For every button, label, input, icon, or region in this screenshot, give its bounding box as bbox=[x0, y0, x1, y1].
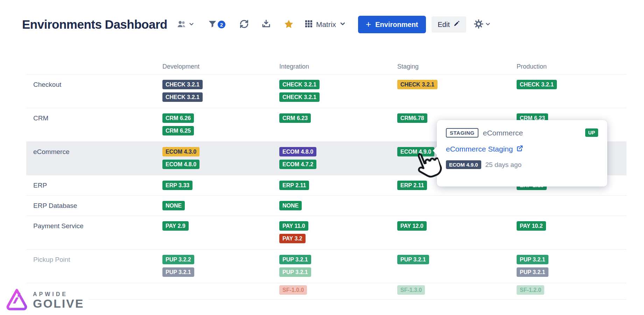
version-badge[interactable]: ERP 2.11 bbox=[279, 181, 309, 190]
version-badge[interactable]: PUP 3.2.1 bbox=[517, 267, 548, 277]
download-icon bbox=[261, 19, 271, 30]
version-badge[interactable]: PUP 3.2.1 bbox=[162, 267, 194, 277]
table-row: ERP DatabaseNONENONE bbox=[26, 196, 626, 216]
matrix-header-row: Development Integration Staging Producti… bbox=[26, 59, 626, 75]
version-badge[interactable]: PAY 10.2 bbox=[517, 221, 546, 231]
version-badge[interactable]: CHECK 3.2.1 bbox=[279, 80, 320, 89]
version-badge[interactable]: ERP 3.33 bbox=[162, 181, 192, 190]
matrix-cell bbox=[517, 201, 626, 216]
version-badge[interactable]: PAY 11.0 bbox=[279, 221, 308, 231]
matrix-cell: ERP 2.11 bbox=[279, 181, 397, 195]
version-badge[interactable]: CHECK 3.2.1 bbox=[162, 92, 203, 102]
environment-link-row[interactable]: eCommerce Staging bbox=[446, 145, 598, 153]
share-users-button[interactable] bbox=[176, 19, 195, 30]
version-badge[interactable]: PAY 2.9 bbox=[162, 221, 189, 231]
column-header-staging: Staging bbox=[397, 63, 517, 70]
column-header-production: Production bbox=[517, 63, 626, 70]
version-badge[interactable]: CHECK 3.2.1 bbox=[279, 92, 320, 102]
matrix-cell: PUP 3.2.1 bbox=[397, 255, 517, 283]
chevron-down-icon bbox=[339, 20, 346, 29]
version-badge[interactable]: PUP 3.2.2 bbox=[162, 255, 194, 264]
logo-line2: GOLIVE bbox=[33, 298, 84, 310]
matrix-cell: SF-1.2.0 bbox=[517, 285, 626, 299]
row-label: ERP bbox=[26, 181, 162, 195]
chevron-down-icon bbox=[485, 21, 491, 28]
row-label: Checkout bbox=[26, 80, 162, 108]
environment-tooltip: STAGING eCommerce UP eCommerce Staging E… bbox=[437, 120, 607, 187]
star-icon bbox=[284, 19, 294, 30]
table-row: Pickup PointPUP 3.2.2PUP 3.2.1PUP 3.2.1P… bbox=[26, 250, 626, 283]
row-label: CRM bbox=[26, 113, 162, 141]
version-badge[interactable]: ECOM 4.8.0 bbox=[162, 160, 200, 169]
row-label: Pickup Point bbox=[26, 255, 162, 283]
version-badge[interactable]: PUP 3.2.1 bbox=[279, 267, 311, 277]
matrix-cell: ECOM 4.8.0ECOM 4.7.2 bbox=[279, 147, 397, 175]
environment-link[interactable]: eCommerce Staging bbox=[446, 145, 513, 153]
matrix-cell: NONE bbox=[279, 201, 397, 216]
chevron-down-icon bbox=[188, 21, 195, 28]
add-environment-button[interactable]: + Environment bbox=[358, 16, 426, 33]
version-badge[interactable]: CHECK 3.2.1 bbox=[517, 80, 557, 89]
filter-icon bbox=[208, 20, 217, 30]
version-badge[interactable]: CRM6.78 bbox=[397, 113, 427, 123]
version-badge[interactable]: SF-1.3.0 bbox=[397, 285, 425, 295]
matrix-cell: ERP 3.33 bbox=[162, 181, 279, 195]
matrix-cell: PAY 2.9 bbox=[162, 221, 279, 249]
gear-icon bbox=[474, 19, 483, 30]
table-row: CheckoutCHECK 3.2.1CHECK 3.2.1CHECK 3.2.… bbox=[26, 75, 626, 108]
apwide-golive-logo: APWIDE GOLIVE bbox=[4, 286, 89, 315]
version-badge[interactable]: PUP 3.2.1 bbox=[397, 255, 429, 264]
pencil-icon bbox=[453, 20, 460, 29]
version-badge[interactable]: CRM 6.23 bbox=[279, 113, 311, 123]
version-badge[interactable]: NONE bbox=[279, 201, 302, 210]
matrix-cell bbox=[162, 285, 279, 299]
matrix-cell: CHECK 3.2.1CHECK 3.2.1 bbox=[279, 80, 397, 108]
matrix-cell: CHECK 3.2.1 bbox=[517, 80, 626, 108]
matrix-cell: PAY 12.0 bbox=[397, 221, 517, 249]
favorite-button[interactable] bbox=[284, 19, 294, 30]
version-badge[interactable]: SF-1.2.0 bbox=[517, 285, 544, 295]
environment-type-badge: STAGING bbox=[446, 128, 478, 138]
deployed-version-badge: ECOM 4.9.0 bbox=[446, 160, 481, 169]
filter-button[interactable]: 2 bbox=[207, 19, 227, 30]
matrix-cell: CHECK 3.2.1CHECK 3.2.1 bbox=[162, 80, 279, 108]
version-badge[interactable]: CRM 6.26 bbox=[162, 113, 194, 123]
column-header-integration: Integration bbox=[279, 63, 397, 70]
version-badge[interactable]: PUP 3.2.1 bbox=[517, 255, 548, 264]
matrix-body: CheckoutCHECK 3.2.1CHECK 3.2.1CHECK 3.2.… bbox=[26, 75, 626, 300]
external-link-icon bbox=[516, 145, 523, 153]
version-badge[interactable]: ECOM 4.8.0 bbox=[279, 147, 316, 156]
version-badge[interactable]: CHECK 3.2.1 bbox=[397, 80, 438, 89]
settings-button[interactable] bbox=[473, 19, 492, 30]
people-icon bbox=[176, 20, 187, 30]
deployed-version-row: ECOM 4.9.0 25 days ago bbox=[446, 160, 598, 169]
edit-button-label: Edit bbox=[438, 21, 450, 29]
edit-button[interactable]: Edit bbox=[432, 16, 466, 33]
version-badge[interactable]: PAY 3.2 bbox=[279, 234, 306, 243]
matrix-cell: SF-1.3.0 bbox=[397, 285, 517, 299]
matrix-cell: SF-1.0.0 bbox=[279, 285, 397, 299]
view-selector-label: Matrix bbox=[316, 20, 336, 29]
refresh-button[interactable] bbox=[239, 19, 249, 30]
status-badge: UP bbox=[585, 128, 598, 137]
matrix-cell: PUP 3.2.1PUP 3.2.1 bbox=[517, 255, 626, 283]
version-badge[interactable]: SF-1.0.0 bbox=[279, 285, 307, 295]
version-badge[interactable]: ECOM 4.7.2 bbox=[279, 160, 316, 169]
grid-icon bbox=[304, 20, 313, 29]
matrix-cell: CRM 6.26CRM 6.25 bbox=[162, 113, 279, 141]
page-title: Environments Dashboard bbox=[22, 18, 167, 31]
filter-count-badge: 2 bbox=[217, 20, 226, 29]
version-badge[interactable]: NONE bbox=[162, 201, 185, 210]
matrix-cell: CRM 6.23 bbox=[279, 113, 397, 141]
version-badge[interactable]: CHECK 3.2.1 bbox=[162, 80, 203, 89]
version-badge[interactable]: PUP 3.2.1 bbox=[279, 255, 311, 264]
matrix-cell bbox=[397, 201, 517, 216]
version-badge[interactable]: ECOM 4.3.0 bbox=[162, 147, 200, 156]
matrix-cell: NONE bbox=[162, 201, 279, 216]
version-badge[interactable]: PAY 12.0 bbox=[397, 221, 427, 231]
view-selector[interactable]: Matrix bbox=[304, 20, 346, 29]
matrix-cell: PUP 3.2.1PUP 3.2.1 bbox=[279, 255, 397, 283]
golive-triangle-icon bbox=[6, 288, 28, 314]
version-badge[interactable]: CRM 6.25 bbox=[162, 126, 194, 135]
download-button[interactable] bbox=[261, 19, 271, 30]
